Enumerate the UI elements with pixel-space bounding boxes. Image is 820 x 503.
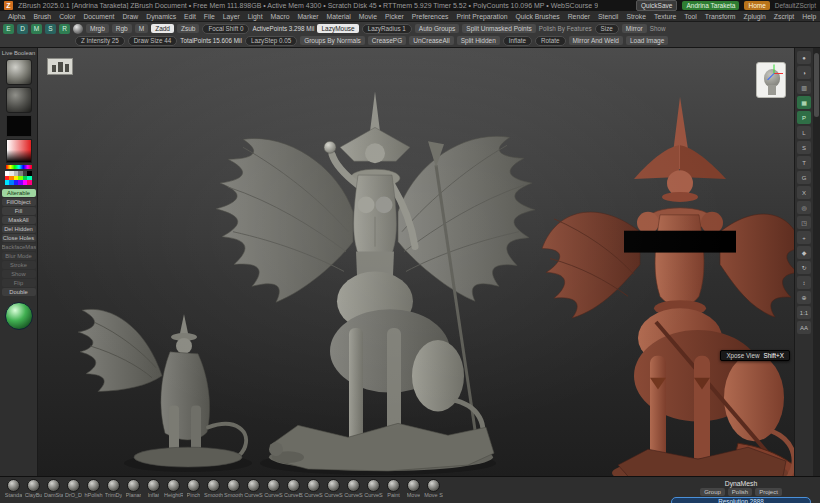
rgb-button[interactable]: Rgb: [112, 24, 132, 33]
edit-tool-icon[interactable]: E: [3, 24, 14, 34]
totalpoints-readout[interactable]: TotalPoints 15.606 Mil: [180, 37, 242, 44]
polyframe-icon[interactable]: ▥: [797, 81, 811, 94]
current-brush-preview[interactable]: [73, 24, 83, 34]
brush-item[interactable]: DrO_D: [64, 479, 83, 499]
brush-item[interactable]: Move: [404, 479, 423, 499]
brush-item[interactable]: Pinch: [184, 479, 203, 499]
render-mode-icon[interactable]: ◑: [797, 66, 811, 79]
menu-item[interactable]: Alpha: [8, 13, 25, 20]
document-thumbnail[interactable]: [47, 58, 73, 75]
menu-item[interactable]: Document: [83, 13, 114, 20]
brush-item[interactable]: CurveS: [264, 479, 283, 499]
lazyradius-slider[interactable]: LazyRadius 1: [362, 24, 412, 34]
dynamesh-resolution-slider[interactable]: Resolution 2888: [671, 497, 811, 503]
menu-item[interactable]: Edit: [184, 13, 196, 20]
menu-item[interactable]: Color: [59, 13, 75, 20]
menu-item[interactable]: Print Preparation: [456, 13, 507, 20]
home-button[interactable]: Home: [744, 1, 769, 10]
backface-mask-button[interactable]: BackfaceMask: [2, 243, 36, 251]
move-icon[interactable]: +: [797, 231, 811, 244]
menu-item[interactable]: Stencil: [598, 13, 618, 20]
brush-item[interactable]: CurveS: [364, 479, 383, 499]
brush-item[interactable]: CurveS: [324, 479, 343, 499]
brush-item[interactable]: TrimDy: [104, 479, 123, 499]
groups-by-normals-button[interactable]: Groups By Normals: [300, 36, 365, 45]
m-button[interactable]: M: [135, 24, 148, 33]
mrgb-button[interactable]: Mrgb: [86, 24, 109, 33]
perspective-icon[interactable]: P: [797, 111, 811, 124]
split-unmasked-points-button[interactable]: Split Unmasked Points: [462, 24, 535, 33]
user-account-badge[interactable]: Andrina Taraketa: [682, 1, 739, 10]
live-boolean-button[interactable]: Live Boolean: [2, 50, 36, 56]
hue-strip[interactable]: [6, 165, 32, 169]
scrollbar-thumb[interactable]: [814, 53, 819, 117]
brush-item[interactable]: CurveS: [304, 479, 323, 499]
menu-item[interactable]: Render: [568, 13, 590, 20]
flip-button[interactable]: Flip: [2, 279, 36, 287]
menu-item[interactable]: Transform: [705, 13, 736, 20]
inflate-slider[interactable]: Inflate: [503, 36, 532, 46]
transparency-icon[interactable]: T: [797, 156, 811, 169]
menu-item[interactable]: Dynamics: [146, 13, 176, 20]
brush-item[interactable]: CurveS: [244, 479, 263, 499]
polish-by-features-label[interactable]: Polish By Features: [539, 25, 592, 32]
draw-tool-icon[interactable]: D: [17, 24, 28, 34]
current-brush-thumbnail[interactable]: [6, 59, 32, 85]
brush-item[interactable]: Smooth: [224, 479, 243, 499]
lazystep-slider[interactable]: LazyStep 0.05: [245, 36, 297, 46]
floor-grid-icon[interactable]: ▦: [797, 96, 811, 109]
aa-half-icon[interactable]: AA: [797, 321, 811, 334]
stroke-type-thumbnail[interactable]: [6, 87, 32, 113]
menu-item[interactable]: Texture: [654, 13, 676, 20]
brush-item[interactable]: ClayBu: [24, 479, 43, 499]
local-symmetry-icon[interactable]: S: [797, 141, 811, 154]
brush-item[interactable]: CurveB2: [284, 479, 303, 499]
focal-shift-slider[interactable]: Focal Shift 0: [202, 24, 249, 34]
alterable-button[interactable]: Alterable: [2, 189, 36, 197]
color-picker[interactable]: [6, 139, 32, 163]
brush-item[interactable]: HeightR: [164, 479, 183, 499]
rotate-slider[interactable]: Rotate: [535, 36, 566, 46]
mirror-and-weld-button[interactable]: Mirror And Weld: [569, 36, 623, 45]
dynamesh-option-button[interactable]: Project: [755, 488, 782, 496]
dynamesh-option-button[interactable]: Group: [700, 488, 725, 496]
mirror-button[interactable]: Mirror: [622, 24, 647, 33]
current-material-sphere[interactable]: [5, 302, 33, 330]
move-tool-icon[interactable]: M: [31, 24, 42, 34]
z-intensity-slider[interactable]: Z Intensity 25: [75, 36, 125, 46]
brush-item[interactable]: CurveS: [344, 479, 363, 499]
menu-item[interactable]: Zscript: [774, 13, 794, 20]
load-image-button[interactable]: Load Image: [626, 36, 668, 45]
menu-item[interactable]: Layer: [223, 13, 240, 20]
ghost-icon[interactable]: G: [797, 171, 811, 184]
solo-icon[interactable]: ◎: [797, 201, 811, 214]
creasepg-button[interactable]: CreasePG: [368, 36, 406, 45]
brush-item[interactable]: Planar: [124, 479, 143, 499]
brush-item[interactable]: Move S: [424, 479, 443, 499]
material-head-preview[interactable]: [756, 62, 786, 98]
menu-item[interactable]: Stroke: [626, 13, 646, 20]
menu-item[interactable]: Movie: [359, 13, 377, 20]
scale-icon[interactable]: ◆: [797, 246, 811, 259]
fill-button[interactable]: Fill: [2, 207, 36, 215]
show-button[interactable]: Show: [2, 270, 36, 278]
zsub-button[interactable]: Zsub: [177, 24, 199, 33]
brush-item[interactable]: DamSta: [44, 479, 63, 499]
auto-groups-button[interactable]: Auto Groups: [415, 24, 460, 33]
menu-item[interactable]: File: [204, 13, 215, 20]
dynamesh-option-button[interactable]: Polish: [728, 488, 752, 496]
menu-item[interactable]: Zplugin: [744, 13, 766, 20]
rotate-icon[interactable]: ↻: [797, 261, 811, 274]
size-slider[interactable]: Size: [595, 24, 619, 34]
zadd-button[interactable]: Zadd: [151, 24, 174, 33]
activepoints-readout[interactable]: ActivePoints 3.298 Mil: [252, 25, 314, 32]
brush-item[interactable]: hPolish: [84, 479, 103, 499]
fill-object-button[interactable]: FillObject: [2, 198, 36, 206]
quicksave-button[interactable]: QuickSave: [636, 0, 677, 11]
frame-icon[interactable]: ◳: [797, 216, 811, 229]
draw-size-slider[interactable]: Draw Size 44: [128, 36, 177, 46]
menu-item[interactable]: Draw: [122, 13, 138, 20]
close-holes-button[interactable]: Close Holes: [2, 234, 36, 242]
bpr-render-icon[interactable]: ●: [797, 51, 811, 64]
menu-item[interactable]: Preferences: [412, 13, 449, 20]
